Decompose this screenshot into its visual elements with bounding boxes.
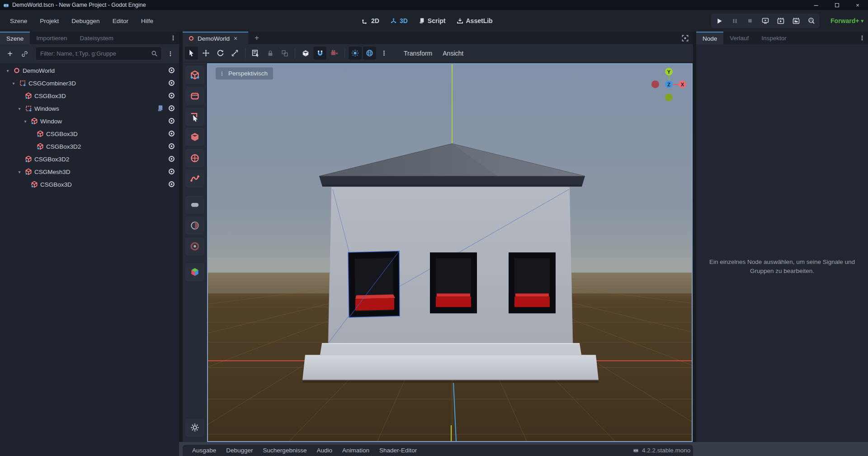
perspective-menu[interactable]: Perspektivisch	[216, 67, 273, 80]
tree-row-window[interactable]: ▾ Window	[0, 115, 179, 127]
movie-maker-button[interactable]	[807, 16, 816, 25]
bottom-tab-animation[interactable]: Animation	[337, 447, 374, 454]
csg-curve-tool-button[interactable]	[185, 169, 204, 188]
settings-gear-button[interactable]	[185, 418, 204, 437]
gizmo-neg-x-axis[interactable]	[651, 80, 659, 88]
chevron-down-icon[interactable]: ▾	[5, 68, 11, 73]
tab-node[interactable]: Node	[696, 32, 723, 44]
chevron-down-icon[interactable]: ▾	[16, 169, 23, 174]
add-node-button[interactable]: +	[4, 48, 16, 60]
viewport-options-button[interactable]	[377, 47, 391, 60]
menu-debuggen[interactable]: Debuggen	[65, 16, 106, 26]
workspace-assetlib-button[interactable]: AssetLib	[457, 17, 493, 24]
workspace-script-button[interactable]: Script	[419, 17, 446, 24]
maximize-button[interactable]	[826, 0, 847, 10]
tree-row-csgbox3d[interactable]: CSGBox3D	[0, 89, 179, 102]
sun-toggle-button[interactable]	[349, 47, 362, 60]
dock-menu-button[interactable]	[169, 34, 177, 42]
gizmo-neg-y-axis[interactable]	[665, 94, 673, 101]
tree-menu-button[interactable]	[165, 48, 176, 60]
minimize-button[interactable]: ─	[806, 0, 826, 10]
expand-viewport-icon[interactable]	[682, 35, 689, 42]
shape-select-tool-button[interactable]	[185, 108, 204, 126]
camera-preview-button[interactable]	[328, 47, 341, 60]
workspace-2d-button[interactable]: 2D	[362, 17, 379, 24]
visibility-eye-icon[interactable]	[168, 104, 175, 112]
environment-toggle-button[interactable]	[363, 47, 376, 60]
csg-block-tool-button[interactable]	[185, 66, 204, 84]
rotate-tool-button[interactable]	[214, 47, 227, 60]
menu-hilfe[interactable]: Hilfe	[135, 16, 160, 26]
3d-viewport[interactable]: Perspektivisch Y Z X	[207, 63, 693, 442]
scene-filter-input[interactable]	[35, 47, 162, 61]
ansicht-menu[interactable]: Ansicht	[438, 50, 468, 57]
select-tool-button[interactable]	[185, 47, 198, 60]
local-space-toggle-button[interactable]	[299, 47, 312, 60]
csg-rounded-block-tool-button[interactable]	[185, 87, 204, 105]
remote-debug-button[interactable]	[761, 16, 770, 25]
gizmo-x-axis[interactable]: X	[679, 80, 686, 88]
script-attached-icon[interactable]	[156, 104, 164, 112]
csg-cube-tool-button[interactable]	[185, 128, 204, 146]
snap-toggle-button[interactable]	[313, 47, 326, 60]
bottom-tab-audio[interactable]: Audio	[311, 447, 337, 454]
visibility-eye-icon[interactable]	[168, 117, 175, 125]
tab-verlauf[interactable]: Verlauf	[723, 32, 755, 44]
gizmo-z-axis[interactable]: Z	[665, 80, 673, 88]
stop-button[interactable]	[745, 16, 755, 25]
visibility-eye-icon[interactable]	[168, 180, 175, 188]
new-scene-tab-button[interactable]: +	[248, 32, 265, 44]
bottom-tab-suchergebnisse[interactable]: Suchergebnisse	[258, 447, 312, 454]
tree-row-csgbox3d2[interactable]: CSGBox3D2	[0, 140, 179, 153]
visibility-eye-icon[interactable]	[168, 168, 175, 175]
3d-scene-canvas[interactable]	[208, 64, 692, 441]
tab-importieren[interactable]: Importieren	[30, 32, 73, 44]
gizmo-y-axis[interactable]: Y	[665, 68, 673, 75]
bottom-tab-shader-editor[interactable]: Shader-Editor	[374, 447, 422, 454]
renderer-selector[interactable]: Forward+ ▾	[830, 10, 863, 32]
bottom-tab-debugger[interactable]: Debugger	[221, 447, 258, 454]
group-tool-button[interactable]	[278, 47, 291, 60]
instance-scene-button[interactable]	[19, 48, 30, 60]
menu-szene[interactable]: Szene	[4, 16, 33, 26]
transform-menu[interactable]: Transform	[399, 50, 437, 57]
play-button[interactable]	[715, 16, 724, 25]
tab-szene[interactable]: Szene	[0, 32, 30, 44]
lock-tool-button[interactable]	[264, 47, 277, 60]
visibility-eye-icon[interactable]	[168, 66, 175, 74]
list-select-tool-button[interactable]	[249, 47, 262, 60]
close-tab-icon[interactable]: ×	[234, 35, 237, 42]
tree-row-csgbox3d[interactable]: CSGBox3D	[0, 127, 179, 140]
tab-dateisystem[interactable]: Dateisystem	[74, 32, 120, 44]
tree-row-csgcombiner3d[interactable]: ▾ CSGCombiner3D	[0, 77, 179, 89]
scene-tab-demoworld[interactable]: DemoWorld ×	[183, 32, 248, 44]
chevron-down-icon[interactable]: ▾	[16, 106, 23, 111]
capsule-shape-tool-button[interactable]	[185, 196, 204, 214]
chevron-down-icon[interactable]: ▾	[10, 81, 17, 86]
visibility-eye-icon[interactable]	[168, 130, 175, 137]
chevron-down-icon[interactable]: ▾	[22, 119, 28, 124]
move-tool-button[interactable]	[199, 47, 212, 60]
menu-editor[interactable]: Editor	[106, 16, 135, 26]
workspace-3d-button[interactable]: 3D	[390, 17, 408, 24]
close-button[interactable]: ×	[847, 0, 868, 10]
play-scene-button[interactable]	[776, 16, 785, 25]
pause-button[interactable]	[730, 16, 739, 25]
visibility-eye-icon[interactable]	[168, 155, 175, 163]
contrast-shape-tool-button[interactable]	[185, 216, 204, 235]
scale-tool-button[interactable]	[228, 47, 241, 60]
material-cube-tool-button[interactable]	[185, 263, 204, 281]
play-custom-scene-button[interactable]	[792, 16, 801, 25]
menu-projekt[interactable]: Projekt	[33, 16, 65, 26]
bottom-tab-ausgabe[interactable]: Ausgabe	[187, 447, 221, 454]
csg-sphere-tool-button[interactable]	[185, 149, 204, 167]
ring-shape-tool-button[interactable]	[185, 237, 204, 255]
visibility-eye-icon[interactable]	[168, 79, 175, 87]
visibility-eye-icon[interactable]	[168, 92, 175, 99]
dock-menu-button[interactable]	[858, 34, 866, 42]
tree-row-windows[interactable]: ▾ Windows	[0, 102, 179, 115]
visibility-eye-icon[interactable]	[168, 142, 175, 150]
tree-row-csgbox3d2[interactable]: CSGBox3D2	[0, 153, 179, 165]
tree-row-demoworld[interactable]: ▾ DemoWorld	[0, 64, 179, 77]
tab-inspektor[interactable]: Inspektor	[755, 32, 793, 44]
